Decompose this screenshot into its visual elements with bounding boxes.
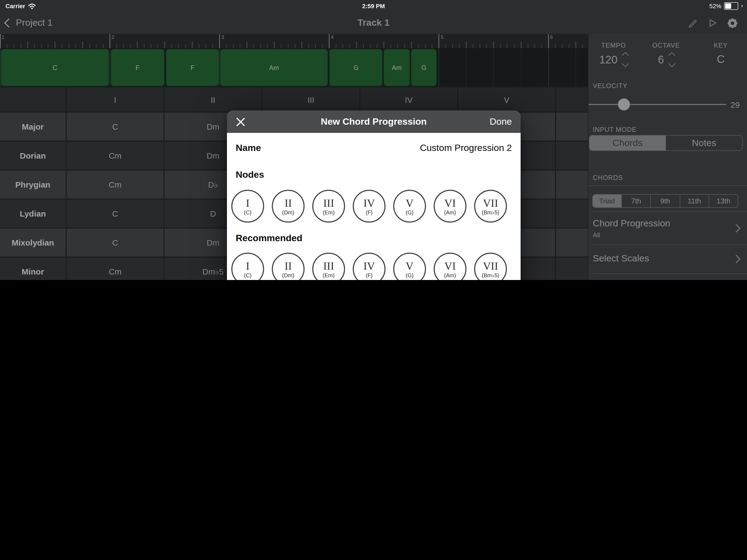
chord-type-9th[interactable]: 9th bbox=[650, 195, 679, 207]
velocity-value: 29 bbox=[730, 100, 740, 109]
chord-block[interactable]: G bbox=[329, 49, 383, 86]
chevron-right-icon bbox=[732, 224, 741, 232]
chord-block[interactable]: Am bbox=[220, 49, 328, 86]
column-header: II bbox=[164, 87, 261, 111]
chord-cell[interactable]: Cm bbox=[67, 142, 163, 170]
chord-block[interactable]: C bbox=[1, 49, 109, 86]
recommended-row: I (C) II (Dm) III (Em) IV (F) V (G) VI (… bbox=[231, 253, 507, 280]
tempo-up-icon[interactable] bbox=[622, 52, 629, 59]
key-value[interactable]: C bbox=[717, 53, 725, 66]
key-control: KEY C bbox=[700, 42, 742, 66]
input-mode-chords[interactable]: Chords bbox=[590, 136, 666, 150]
chord-block[interactable]: F bbox=[166, 49, 219, 86]
name-label: Name bbox=[236, 143, 261, 154]
input-mode-notes[interactable]: Notes bbox=[666, 136, 742, 150]
timeline-ruler[interactable]: 1 2 3 4 5 6 bbox=[0, 34, 588, 48]
scale-label: Phrygian bbox=[0, 171, 66, 199]
modal-title: New Chord Progression bbox=[227, 110, 521, 133]
chord-type-7th[interactable]: 7th bbox=[621, 195, 650, 207]
battery-icon bbox=[724, 2, 738, 10]
chord-cell[interactable]: Cm bbox=[67, 258, 163, 280]
divider bbox=[593, 274, 747, 274]
input-mode-label: INPUT MODE bbox=[593, 126, 637, 133]
chord-block-lane: C F F Am G Am G bbox=[0, 48, 588, 86]
app-root: Carrier 2:59 PM 52% Project 1 Track 1 bbox=[0, 0, 747, 280]
node-III[interactable]: III (Em) bbox=[312, 190, 345, 223]
recommended-II[interactable]: II (Dm) bbox=[272, 253, 305, 280]
key-label: KEY bbox=[714, 42, 728, 49]
edit-pencil-icon[interactable] bbox=[687, 18, 698, 28]
status-bar: Carrier 2:59 PM 52% bbox=[0, 0, 747, 12]
recommended-IV[interactable]: IV (F) bbox=[353, 253, 386, 280]
nodes-heading: Nodes bbox=[236, 170, 264, 180]
divider bbox=[593, 245, 747, 245]
octave-label: OCTAVE bbox=[652, 42, 680, 49]
node-V[interactable]: V (G) bbox=[393, 190, 426, 223]
chord-type-triad[interactable]: Triad bbox=[593, 195, 621, 207]
column-header: IV bbox=[360, 87, 457, 111]
octave-stepper[interactable] bbox=[669, 53, 674, 66]
bar-number: 3 bbox=[222, 34, 224, 40]
recommended-I[interactable]: I (C) bbox=[231, 253, 264, 280]
chord-cell[interactable]: Cm bbox=[67, 171, 163, 199]
recommended-heading: Recommended bbox=[236, 233, 302, 244]
octave-value: 6 bbox=[658, 53, 664, 66]
recommended-VI[interactable]: VI (Am) bbox=[434, 253, 466, 280]
chord-type-11th[interactable]: 11th bbox=[679, 195, 709, 207]
scale-label: Mixolydian bbox=[0, 229, 66, 256]
clock: 2:59 PM bbox=[0, 3, 747, 9]
octave-down-icon[interactable] bbox=[668, 60, 675, 67]
chords-section-label: CHORDS bbox=[593, 174, 623, 182]
node-IV[interactable]: IV (F) bbox=[353, 190, 386, 223]
done-button[interactable]: Done bbox=[490, 110, 512, 133]
chord-cell[interactable]: C bbox=[67, 200, 163, 228]
name-value[interactable]: Custom Progression 2 bbox=[420, 143, 512, 154]
bar-number: 2 bbox=[111, 34, 114, 40]
tempo-control: TEMPO 120 bbox=[588, 42, 639, 66]
octave-control: OCTAVE 6 bbox=[641, 42, 691, 66]
velocity-slider-thumb[interactable] bbox=[618, 98, 630, 110]
new-chord-progression-modal: New Chord Progression Done Name Custom P… bbox=[227, 110, 521, 280]
tempo-value: 120 bbox=[599, 53, 618, 66]
node-I[interactable]: I (C) bbox=[231, 190, 264, 223]
tempo-down-icon[interactable] bbox=[622, 60, 629, 67]
chord-block[interactable]: F bbox=[110, 49, 164, 86]
column-header: III bbox=[262, 87, 359, 111]
chord-progression-current: All bbox=[593, 231, 600, 239]
input-mode-segmented: Chords Notes bbox=[589, 135, 743, 151]
node-VII[interactable]: VII (Bm♭5) bbox=[474, 190, 507, 223]
node-VI[interactable]: VI (Am) bbox=[434, 190, 466, 223]
chord-type-13th[interactable]: 13th bbox=[709, 195, 738, 207]
tempo-label: TEMPO bbox=[601, 42, 626, 49]
bar-number: 6 bbox=[550, 34, 553, 40]
velocity-label: VELOCITY bbox=[593, 82, 627, 90]
bar-number: 5 bbox=[441, 34, 443, 40]
velocity-slider-track[interactable] bbox=[588, 104, 726, 105]
column-header: V bbox=[458, 87, 555, 111]
battery-percent: 52% bbox=[709, 3, 721, 9]
settings-gear-icon[interactable] bbox=[727, 17, 738, 29]
tempo-stepper[interactable] bbox=[623, 53, 628, 66]
recommended-III[interactable]: III (Em) bbox=[312, 253, 345, 280]
play-icon[interactable] bbox=[707, 18, 718, 28]
bar-number: 4 bbox=[331, 34, 334, 40]
chord-block[interactable]: G bbox=[411, 49, 437, 86]
chevron-right-icon bbox=[732, 255, 741, 263]
scale-label: Minor bbox=[0, 258, 66, 280]
grid-header-row: I II III IV V bbox=[0, 87, 588, 111]
inspector-sidebar: TEMPO 120 OCTAVE 6 KEY C bbox=[588, 34, 747, 280]
battery-tip bbox=[742, 5, 743, 7]
octave-up-icon[interactable] bbox=[668, 52, 675, 59]
bar-number: 1 bbox=[2, 34, 4, 40]
chord-cell[interactable]: C bbox=[67, 229, 163, 256]
scale-label: Major bbox=[0, 113, 66, 141]
divider bbox=[593, 211, 747, 212]
node-II[interactable]: II (Dm) bbox=[272, 190, 305, 223]
chord-type-segmented: Triad 7th 9th 11th 13th bbox=[592, 194, 738, 208]
recommended-VII[interactable]: VII (Bm♭5) bbox=[474, 253, 507, 280]
recommended-V[interactable]: V (G) bbox=[393, 253, 426, 280]
track-title: Track 1 bbox=[0, 12, 747, 34]
chord-cell[interactable]: C bbox=[67, 113, 163, 141]
chord-block[interactable]: Am bbox=[383, 49, 410, 86]
nodes-row: I (C) II (Dm) III (Em) IV (F) V (G) VI (… bbox=[231, 190, 507, 223]
